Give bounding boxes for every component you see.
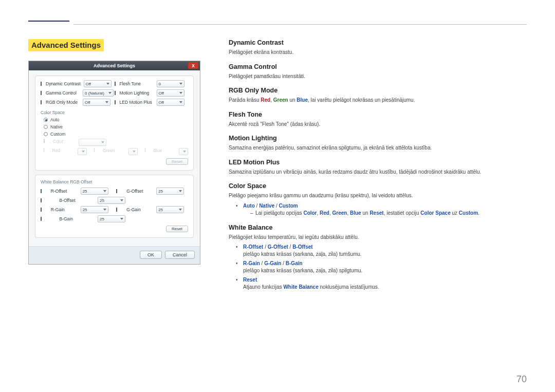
chevron-down-icon [179,209,182,211]
color-space-disabled-values: Color [44,139,188,146]
cs-green-select [128,148,138,155]
color-space-heading: Color Space [229,182,527,190]
radio-selected-icon [44,118,48,122]
g-gain-label: G-Gain [126,207,152,212]
white-balance-list: R-Offset / G-Offset / B-Offset pielāgo k… [238,244,527,291]
field-marker [41,198,42,202]
chevron-down-icon [120,218,123,220]
dialog-footer: OK Cancel [29,246,200,264]
flesh-tone-desc: Akcentē rozā "Flesh Tone" (ādas krāsu). [229,121,527,128]
color-space-desc: Pielāgo pieejamo krāsu gammu un daudzumu… [229,192,527,199]
nav-accent-line [28,21,69,22]
field-marker [41,217,42,221]
color-space-custom-radio[interactable]: Custom [44,132,188,137]
dialog-title-text: Advanced Settings [94,63,135,68]
cs-blue-select [179,148,188,155]
b-offset-select[interactable]: 25 [98,197,125,204]
dynamic-contrast-heading: Dynamic Contrast [229,39,527,46]
dialog-titlebar: Advanced Settings x [29,61,200,70]
led-motion-plus-select[interactable]: Off [157,99,184,106]
white-balance-desc: Pielāgojiet krāsu temperatūru, lai iegūt… [229,234,527,241]
chevron-down-icon [103,209,106,211]
color-space-reset-button: Reset [166,158,188,165]
field-marker [116,208,117,212]
white-balance-reset-button[interactable]: Reset [166,226,188,232]
cs-color-select [79,139,106,146]
color-space-rgb-disabled: Red Green Blue [44,148,188,155]
field-marker [41,208,42,212]
led-motion-plus-heading: LED Motion Plus [229,159,527,166]
white-balance-panel: White Balance RGB Offset R-Offset 25 G-O… [35,175,194,238]
white-balance-group-label: White Balance RGB Offset [41,179,188,184]
radio-icon [44,125,48,129]
field-marker [115,91,116,95]
flesh-tone-label: Flesh Tone [120,81,154,86]
led-motion-plus-desc: Samazina izplūšanu un vibrāciju ainās, k… [229,169,527,176]
gamma-control-select[interactable]: 0 (Natural) [83,89,114,97]
g-gain-select[interactable]: 25 [156,206,184,213]
gamma-control-label: Gamma Control [46,90,80,96]
field-marker [115,82,116,86]
rgb-only-mode-heading: RGB Only Mode [229,87,527,94]
top-options-panel: Dynamic Contrast Off Gamma Control [35,76,194,171]
gamma-control-desc: Pielāgojiet pamatkrāsu intensitāti. [229,73,527,80]
close-icon[interactable]: x [188,62,198,69]
chevron-down-icon [179,92,182,94]
chevron-down-icon [106,83,109,85]
motion-lighting-select[interactable]: Off [157,89,184,97]
field-marker [41,91,42,95]
b-offset-label: B-Offset [60,198,94,203]
motion-lighting-label: Motion Lighting [120,90,154,96]
dynamic-contrast-desc: Pielāgojiet ekrāna kontrastu. [229,49,527,56]
radio-icon [44,132,48,136]
led-motion-plus-label: LED Motion Plus [120,100,154,105]
g-offset-select[interactable]: 25 [156,188,184,195]
g-offset-label: G-Offset [126,189,152,194]
r-gain-select[interactable]: 25 [81,206,108,213]
r-offset-label: R-Offset [51,189,77,194]
r-gain-label: R-Gain [51,207,77,212]
color-space-native-radio[interactable]: Native [44,124,188,129]
field-marker [116,189,117,193]
field-marker [41,100,42,104]
advanced-settings-dialog: Advanced Settings x Dynamic Contrast [28,61,200,265]
chevron-down-icon [108,92,112,94]
dynamic-contrast-select[interactable]: Off [84,80,112,87]
top-header-rule [28,21,527,25]
flesh-tone-heading: Flesh Tone [229,111,527,118]
chevron-down-icon [120,199,123,201]
chevron-down-icon [105,101,108,103]
b-gain-select[interactable]: 25 [98,215,125,222]
dynamic-contrast-label: Dynamic Contrast [46,81,81,86]
chevron-down-icon [103,190,106,192]
field-marker [115,100,116,104]
chevron-down-icon [179,190,182,192]
cancel-button[interactable]: Cancel [165,251,195,259]
color-space-list: Auto / Native / Custom Lai pielāgotu opc… [238,202,527,217]
color-space-group-label: Color Space [41,110,188,115]
gamma-control-heading: Gamma Control [229,63,527,70]
white-balance-heading: White Balance [229,224,527,231]
cs-red-select [78,148,87,155]
rgb-only-mode-label: RGB Only Mode [46,100,80,105]
rgb-only-mode-desc: Parāda krāsu Red, Green un Blue, lai var… [229,97,527,104]
chevron-down-icon [179,83,182,85]
motion-lighting-desc: Samazina enerģijas patēriņu, samazinot e… [229,144,527,152]
field-marker [44,139,45,143]
ok-button[interactable]: OK [140,251,162,259]
rgb-only-mode-select[interactable]: Off [83,99,110,106]
motion-lighting-heading: Motion Lighting [229,135,527,142]
field-marker [41,82,42,86]
header-divider [73,24,527,25]
field-marker [41,189,42,193]
page-number: 70 [516,374,527,385]
r-offset-select[interactable]: 25 [81,188,108,195]
section-title: Advanced Settings [28,39,104,51]
chevron-down-icon [179,101,182,103]
flesh-tone-select[interactable]: 0 [157,80,184,87]
color-space-auto-radio[interactable]: Auto [44,117,188,122]
b-gain-label: B-Gain [60,216,94,221]
